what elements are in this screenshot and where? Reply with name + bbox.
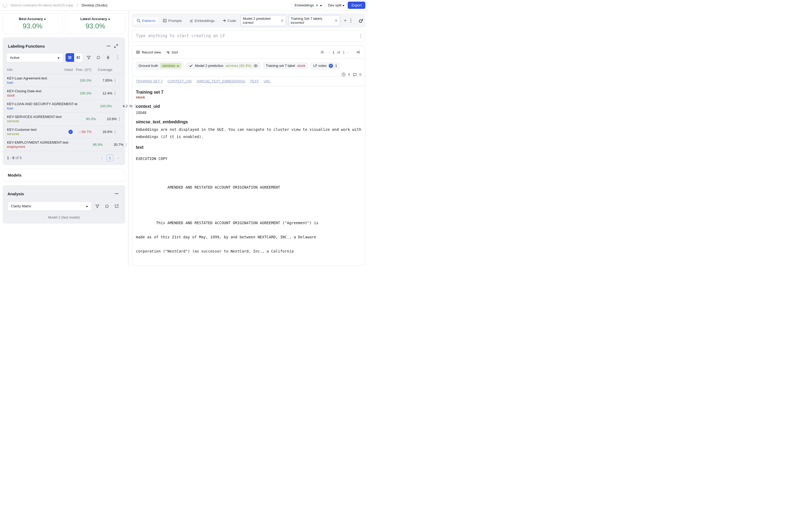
table-row[interactable]: KEY-Customer-textservices✓⬚ 66.7%16.6% bbox=[5, 125, 122, 138]
refresh-icon bbox=[96, 55, 100, 60]
record-settings-button[interactable] bbox=[319, 49, 326, 56]
next-page-button[interactable]: › bbox=[115, 156, 121, 160]
context-uid-title: context_uid bbox=[136, 104, 361, 109]
sort-icon bbox=[166, 50, 170, 54]
close-icon[interactable]: ✕ bbox=[335, 19, 338, 23]
close-icon[interactable]: ✕ bbox=[281, 19, 284, 23]
clock-icon[interactable] bbox=[342, 73, 346, 77]
tab-code[interactable]: Code bbox=[219, 17, 239, 24]
lf-tag: loan bbox=[7, 81, 57, 85]
table-row[interactable]: KEY-LOAN AND SECURITY AGREEMENT-teloan10… bbox=[5, 100, 122, 113]
minus-icon bbox=[107, 46, 111, 46]
lf-votes-chip[interactable]: LF votes ✓ 1 bbox=[311, 62, 340, 69]
collapse-right-icon bbox=[355, 50, 360, 54]
svg-point-20 bbox=[119, 117, 120, 118]
svg-point-36 bbox=[360, 34, 361, 34]
view-toggle[interactable] bbox=[65, 53, 83, 62]
svg-rect-4 bbox=[77, 56, 78, 59]
row-menu-button[interactable] bbox=[114, 91, 121, 95]
vertical-dots-icon bbox=[117, 55, 118, 60]
svg-rect-0 bbox=[107, 46, 111, 46]
dev-split-dropdown[interactable]: Dev split bbox=[328, 3, 345, 7]
comment-icon[interactable] bbox=[353, 73, 357, 77]
model-prediction-chip[interactable]: Model 2 prediction services (45.3%) bbox=[186, 62, 261, 69]
best-accuracy-label[interactable]: Best Accuracy bbox=[19, 17, 46, 21]
collapse-sidebar-button[interactable] bbox=[354, 49, 361, 56]
lf-coverage: 10.9% bbox=[98, 117, 119, 121]
row-menu-button[interactable] bbox=[119, 117, 125, 121]
row-menu-button[interactable] bbox=[114, 79, 121, 82]
refresh-button[interactable] bbox=[95, 54, 102, 61]
pager-count: 1 - 6 of 6 bbox=[7, 156, 22, 160]
export-button[interactable]: Export bbox=[348, 2, 365, 9]
breadcrumb-sep: / bbox=[77, 3, 78, 7]
sort-button[interactable]: Sort bbox=[166, 50, 178, 54]
latest-accuracy-label[interactable]: Latest Accuracy bbox=[81, 17, 111, 21]
card-view-button[interactable] bbox=[74, 53, 83, 62]
svg-rect-7 bbox=[78, 58, 80, 59]
prev-page-button[interactable]: ‹ bbox=[99, 156, 105, 160]
link-url[interactable]: URL bbox=[264, 80, 271, 83]
lf-name: KEY-SERVICES AGREEMENT-text bbox=[7, 115, 61, 119]
prev-record-button[interactable]: ‹ bbox=[329, 50, 330, 54]
breadcrumb-app[interactable]: Demo1-contracts-fm-demo-test123-copy bbox=[11, 3, 73, 7]
analysis-select[interactable]: Clarity Matrix bbox=[7, 202, 91, 210]
filter-button[interactable] bbox=[85, 54, 92, 61]
analysis-open-button[interactable] bbox=[113, 202, 120, 210]
status-dot-icon bbox=[316, 4, 318, 6]
link-text[interactable]: TEXT bbox=[250, 80, 259, 83]
filter-icon bbox=[87, 55, 91, 60]
tab-embeddings[interactable]: Embeddings bbox=[186, 17, 218, 24]
models-panel[interactable]: Models bbox=[3, 169, 125, 181]
link-context-uid[interactable]: CONTEXT_UID bbox=[168, 80, 192, 83]
record-view-icon bbox=[136, 51, 140, 54]
collapse-button[interactable] bbox=[105, 42, 112, 50]
lf-filter-dropdown[interactable]: Active bbox=[6, 53, 63, 62]
table-row[interactable]: KEY-Loan Agreement-textloan100.0%7.65% bbox=[5, 74, 122, 87]
more-options-button[interactable] bbox=[350, 19, 356, 23]
minus-icon bbox=[115, 193, 118, 194]
filter-chip-labels-incorrect[interactable]: Training Set 7 labels incorrect ✕ bbox=[288, 15, 340, 26]
analysis-panel: Analysis Clarity Matrix bbox=[3, 185, 125, 224]
link-training-set[interactable]: TRAINING SET 7 bbox=[136, 80, 163, 83]
row-menu-button[interactable] bbox=[114, 130, 121, 134]
analysis-refresh-button[interactable] bbox=[103, 202, 111, 210]
table-row[interactable]: KEY-SERVICES AGREEMENT-textservices90.0%… bbox=[5, 113, 122, 125]
caret-down-icon bbox=[58, 56, 60, 60]
lf-input-more-button[interactable] bbox=[360, 34, 361, 38]
table-row[interactable]: KEY-Closing Date-textstock100.0%12.4% bbox=[5, 87, 122, 100]
add-filter-button[interactable]: + bbox=[342, 18, 348, 24]
expand-button[interactable] bbox=[112, 42, 120, 50]
list-view-button[interactable] bbox=[65, 53, 74, 62]
record-view-button[interactable]: Record view bbox=[136, 50, 161, 54]
filter-icon bbox=[95, 204, 99, 208]
tab-prompts[interactable]: Prompts bbox=[160, 17, 185, 24]
bolt-button[interactable] bbox=[104, 54, 112, 61]
svg-point-9 bbox=[117, 57, 118, 58]
next-record-button[interactable]: › bbox=[347, 50, 348, 54]
svg-rect-1 bbox=[68, 56, 71, 57]
lf-tag: loan bbox=[7, 107, 78, 110]
link-simcse-embeddings[interactable]: SIMCSE_TEXT_EMBEDDINGS bbox=[197, 80, 245, 83]
analysis-filter-button[interactable] bbox=[94, 202, 101, 210]
training-set-value: stock bbox=[136, 95, 361, 99]
ground-truth-chip[interactable]: Ground truth services bbox=[136, 61, 184, 70]
table-row[interactable]: KEY-EMPLOYMENT AGREEMENT-textemployment9… bbox=[5, 138, 122, 151]
tab-patterns[interactable]: Patterns bbox=[134, 17, 158, 24]
snorkel-icon[interactable] bbox=[358, 18, 364, 24]
lf-create-input[interactable]: Type anything to start creating an LF bbox=[132, 30, 365, 42]
collapse-analysis-button[interactable] bbox=[113, 190, 120, 197]
training-set-label-chip: Training set 7 label stock bbox=[263, 62, 308, 69]
lf-tag: stock bbox=[7, 94, 57, 97]
chevron-down-icon bbox=[320, 3, 322, 7]
more-button[interactable] bbox=[114, 54, 121, 61]
filter-chip-model-correct[interactable]: Model 2 predicted correct ✕ bbox=[240, 15, 286, 26]
labeling-functions-panel: Labeling Functions Active bbox=[3, 37, 125, 165]
text-body: EXECUTION COPY AMENDED AND RESTATED ACCO… bbox=[136, 155, 361, 255]
resize-handle[interactable] bbox=[128, 11, 129, 266]
svg-point-10 bbox=[117, 59, 118, 59]
page-number[interactable]: 1 bbox=[107, 154, 113, 161]
embeddings-dropdown[interactable]: Embeddings bbox=[292, 2, 325, 8]
caret-down-icon bbox=[342, 3, 345, 7]
caret-down-icon bbox=[86, 204, 88, 208]
